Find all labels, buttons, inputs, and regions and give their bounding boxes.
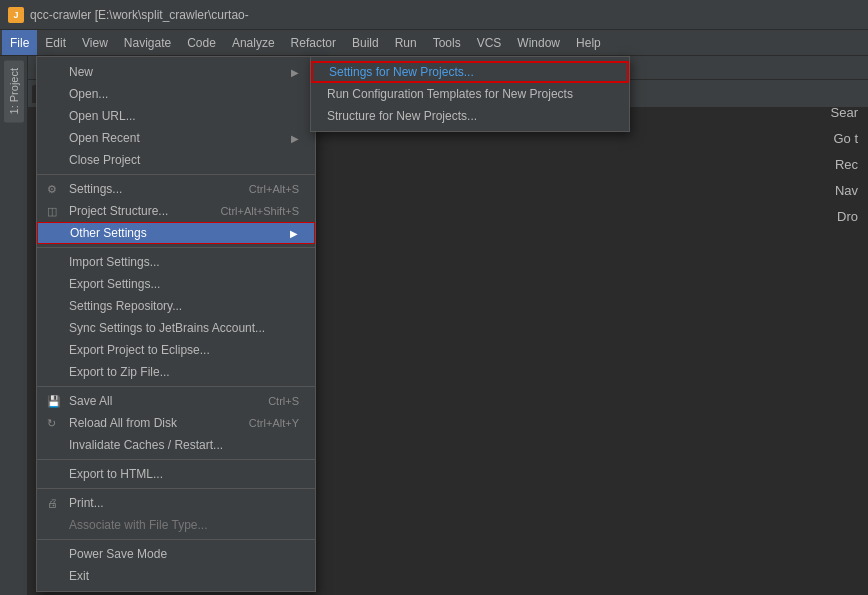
project-structure-icon: ◫ [47,205,57,218]
arrow-icon-recent: ▶ [291,133,299,144]
menu-item-open[interactable]: Open... [37,83,315,105]
menu-edit[interactable]: Edit [37,30,74,55]
menu-item-open-recent[interactable]: Open Recent ▶ [37,127,315,149]
right-label-rec: Rec [831,152,858,178]
separator-2 [37,247,315,248]
right-label-dro: Dro [831,204,858,230]
menu-help[interactable]: Help [568,30,609,55]
menu-item-invalidate-caches[interactable]: Invalidate Caches / Restart... [37,434,315,456]
menu-item-export-eclipse[interactable]: Export Project to Eclipse... [37,339,315,361]
reload-icon: ↻ [47,417,56,430]
menu-item-save-all[interactable]: 💾 Save All Ctrl+S [37,390,315,412]
right-label-goto: Go t [831,126,858,152]
right-label-search: Sear [831,100,858,126]
menu-item-other-settings[interactable]: Other Settings ▶ [37,222,315,244]
separator-1 [37,174,315,175]
menu-item-export-zip[interactable]: Export to Zip File... [37,361,315,383]
app-icon: J [8,7,24,23]
menu-build[interactable]: Build [344,30,387,55]
menu-item-export-html[interactable]: Export to HTML... [37,463,315,485]
separator-4 [37,459,315,460]
sidebar: 1: Project [0,56,28,595]
submenu-item-run-config-templates[interactable]: Run Configuration Templates for New Proj… [311,83,629,105]
separator-3 [37,386,315,387]
submenu-item-settings-new-projects[interactable]: Settings for New Projects... [311,61,629,83]
menu-item-exit[interactable]: Exit [37,565,315,587]
settings-icon-small: ⚙ [47,183,57,196]
menu-item-power-save[interactable]: Power Save Mode [37,543,315,565]
menu-bar: File Edit View Navigate Code Analyze Ref… [0,30,868,56]
right-panel-labels: Sear Go t Rec Nav Dro [831,100,858,230]
sidebar-tab-project[interactable]: 1: Project [4,60,24,122]
menu-refactor[interactable]: Refactor [283,30,344,55]
right-label-nav: Nav [831,178,858,204]
menu-window[interactable]: Window [509,30,568,55]
window-title: qcc-crawler [E:\work\split_crawler\curta… [30,8,249,22]
menu-item-associate-file-type: Associate with File Type... [37,514,315,536]
other-settings-submenu: Settings for New Projects... Run Configu… [310,56,630,132]
menu-run[interactable]: Run [387,30,425,55]
arrow-icon-new: ▶ [291,67,299,78]
menu-item-settings-repo[interactable]: Settings Repository... [37,295,315,317]
menu-navigate[interactable]: Navigate [116,30,179,55]
arrow-icon-other-settings: ▶ [290,228,298,239]
title-bar: J qcc-crawler [E:\work\split_crawler\cur… [0,0,868,30]
menu-item-new[interactable]: New ▶ [37,61,315,83]
menu-item-open-url[interactable]: Open URL... [37,105,315,127]
menu-item-export-settings[interactable]: Export Settings... [37,273,315,295]
menu-item-project-structure[interactable]: ◫ Project Structure... Ctrl+Alt+Shift+S [37,200,315,222]
menu-tools[interactable]: Tools [425,30,469,55]
menu-item-import-settings[interactable]: Import Settings... [37,251,315,273]
menu-item-reload-all[interactable]: ↻ Reload All from Disk Ctrl+Alt+Y [37,412,315,434]
save-icon: 💾 [47,395,61,408]
menu-file[interactable]: File [2,30,37,55]
menu-item-print[interactable]: 🖨 Print... [37,492,315,514]
menu-analyze[interactable]: Analyze [224,30,283,55]
menu-vcs[interactable]: VCS [469,30,510,55]
separator-5 [37,488,315,489]
menu-item-settings[interactable]: ⚙ Settings... Ctrl+Alt+S [37,178,315,200]
menu-code[interactable]: Code [179,30,224,55]
menu-view[interactable]: View [74,30,116,55]
menu-item-close-project[interactable]: Close Project [37,149,315,171]
menu-item-sync-settings[interactable]: Sync Settings to JetBrains Account... [37,317,315,339]
print-icon: 🖨 [47,497,58,509]
separator-6 [37,539,315,540]
file-menu-dropdown: New ▶ Open... Open URL... Open Recent ▶ … [36,56,316,592]
submenu-item-structure-new-projects[interactable]: Structure for New Projects... [311,105,629,127]
